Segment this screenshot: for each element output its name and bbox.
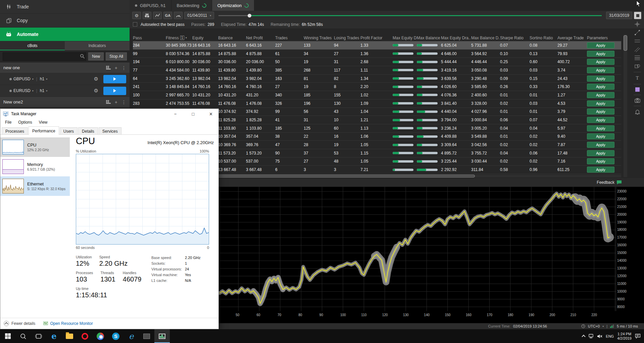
tab-details[interactable]: Details bbox=[78, 127, 98, 134]
channel-icon[interactable] bbox=[635, 47, 640, 52]
horizontal-line-icon[interactable] bbox=[635, 38, 640, 44]
genetic-algorithm-button[interactable]: GA bbox=[163, 12, 172, 19]
gear-icon[interactable]: ⚙ bbox=[94, 76, 98, 82]
table-row[interactable]: 28430 845 399.7316 643.1616 643.166 643.… bbox=[133, 41, 621, 50]
clock[interactable]: 1:24 PM 4/2/2019 bbox=[617, 332, 632, 341]
stop-all-button[interactable]: Stop All bbox=[106, 52, 127, 60]
action-center-icon[interactable] bbox=[635, 334, 641, 339]
column-header[interactable]: Net Profit bbox=[246, 36, 275, 40]
menu-options[interactable]: Options bbox=[15, 119, 35, 126]
apply-button[interactable]: Apply bbox=[587, 150, 614, 156]
tab-optimization[interactable]: Optimization bbox=[212, 0, 254, 11]
tab-chart-gbpusd-h1[interactable]: GBPUSD, h1 bbox=[130, 0, 171, 11]
maximize-button[interactable]: □ bbox=[186, 109, 201, 119]
column-header[interactable]: Parameters bbox=[587, 36, 617, 40]
tab-processes[interactable]: Processes bbox=[2, 127, 28, 134]
column-header[interactable]: Trades bbox=[275, 36, 304, 40]
apply-button[interactable]: Apply bbox=[587, 167, 614, 173]
column-header[interactable]: Average Trade bbox=[557, 36, 587, 40]
bot-timeframe[interactable]: h1 bbox=[40, 77, 44, 81]
apply-button[interactable]: Apply bbox=[587, 76, 614, 82]
taskbar-app-chrome[interactable] bbox=[93, 329, 108, 343]
menu-view[interactable]: View bbox=[36, 119, 50, 126]
tab-users[interactable]: Users bbox=[60, 127, 78, 134]
sidebar-item-ethernet[interactable]: EthernetS: 112 Kbps R: 32.0 Kbps bbox=[0, 176, 70, 196]
volume-muted-icon[interactable] bbox=[597, 334, 602, 339]
start-date-field[interactable]: 01/04/2011 ▾ bbox=[184, 12, 214, 19]
open-resource-monitor-link[interactable]: Open Resource Monitor bbox=[43, 321, 93, 326]
timezone-selector[interactable]: UTC+0 bbox=[588, 324, 600, 328]
close-button[interactable]: ✕ bbox=[203, 109, 218, 119]
column-header[interactable]: Sharpe Ratio bbox=[500, 36, 530, 40]
start-bot-button[interactable] bbox=[103, 87, 126, 95]
language-indicator[interactable]: ENG bbox=[606, 334, 614, 338]
shapes-icon[interactable] bbox=[635, 63, 640, 69]
search-input[interactable] bbox=[3, 52, 86, 61]
apply-button[interactable]: Apply bbox=[587, 117, 614, 123]
bot-group-header-2[interactable]: New one2 + ⋮ bbox=[0, 97, 130, 108]
apply-button[interactable]: Apply bbox=[587, 84, 614, 90]
taskbar-app-opera[interactable] bbox=[77, 329, 93, 343]
show-hidden-icons-button[interactable] bbox=[582, 335, 586, 338]
minimize-button[interactable]: − bbox=[168, 109, 183, 119]
taskbar-app-internet-explorer[interactable]: e bbox=[123, 329, 139, 343]
bot-group-header[interactable]: new one + ⋮ bbox=[0, 62, 130, 73]
column-header[interactable]: Sortino Ratio bbox=[530, 36, 557, 40]
bot-instance-eurusd[interactable]: EURUSD ▾ | h1 ▾ ⚙ bbox=[0, 85, 130, 97]
nav-item-automate[interactable]: Automate bbox=[0, 28, 130, 41]
more-options-icon[interactable]: ⋮ bbox=[121, 65, 126, 71]
table-row[interactable]: 643 245 362.6013 982.0413 982.043 982.04… bbox=[133, 75, 621, 83]
text-tool-icon[interactable]: T bbox=[636, 75, 639, 81]
column-header[interactable]: Pass bbox=[133, 36, 166, 40]
new-bot-button[interactable]: New bbox=[88, 52, 104, 60]
settings-button[interactable]: ⚙ bbox=[132, 12, 141, 19]
apply-button[interactable]: Apply bbox=[587, 51, 614, 57]
sidebar-item-cpu[interactable]: CPU12% 2.20 GHz bbox=[0, 137, 70, 157]
results-chart-button[interactable] bbox=[153, 12, 162, 19]
add-instance-icon[interactable]: + bbox=[115, 99, 117, 105]
date-range-slider[interactable] bbox=[218, 12, 602, 19]
taskbar-app-edge[interactable]: e bbox=[46, 329, 62, 343]
add-instance-icon[interactable]: + bbox=[115, 65, 117, 71]
sidebar-item-memory[interactable]: Memory6.9/21.7 GB (32%) bbox=[0, 157, 70, 176]
column-header[interactable]: Balance bbox=[218, 36, 246, 40]
gear-icon[interactable]: ⚙ bbox=[94, 88, 98, 94]
slider-handle[interactable] bbox=[248, 14, 251, 17]
fibonacci-icon[interactable] bbox=[635, 55, 640, 60]
taskbar-app-task-manager[interactable] bbox=[154, 329, 170, 343]
column-header[interactable]: Equity bbox=[192, 36, 218, 40]
column-header[interactable]: Max Balance D.. bbox=[417, 36, 441, 40]
autoselect-checkbox[interactable] bbox=[133, 22, 137, 27]
stop-optimization-button[interactable] bbox=[634, 12, 641, 19]
tab-indicators[interactable]: Indicators bbox=[65, 41, 130, 50]
grid-view-icon[interactable] bbox=[106, 66, 111, 70]
bot-symbol[interactable]: GBPUSD bbox=[13, 77, 31, 81]
bot-instance-gbpusd[interactable]: GBPUSD ▾ | h1 ▾ ⚙ bbox=[0, 73, 130, 85]
tab-backtesting[interactable]: Backtesting bbox=[171, 0, 212, 11]
tab-performance[interactable]: Performance bbox=[29, 126, 59, 135]
bot-timeframe[interactable]: h1 bbox=[40, 88, 44, 93]
camera-icon[interactable] bbox=[635, 98, 640, 103]
table-row[interactable]: 2413 148 845.8414 760.1614 760.164 760.1… bbox=[133, 83, 621, 91]
fewer-details-button[interactable]: Fewer details bbox=[4, 321, 35, 326]
start-bot-button[interactable] bbox=[103, 75, 126, 83]
column-header[interactable]: Max Equity Dra.. bbox=[393, 36, 417, 40]
column-header[interactable]: Profit Factor bbox=[360, 36, 393, 40]
nav-item-copy[interactable]: Copy bbox=[0, 14, 130, 28]
column-header[interactable]: Losing Trades bbox=[334, 36, 360, 40]
grid-view-icon[interactable] bbox=[106, 100, 111, 104]
apply-button[interactable]: Apply bbox=[587, 133, 614, 139]
table-row[interactable]: 2832 474 753.5511 476.0811 476.081 476.0… bbox=[133, 99, 621, 108]
crosshair-icon[interactable] bbox=[635, 22, 640, 27]
taskbar-app-skype[interactable]: S bbox=[108, 329, 123, 343]
task-view-button[interactable] bbox=[31, 329, 46, 343]
scrollbar-thumb[interactable] bbox=[624, 35, 627, 51]
apply-button[interactable]: Apply bbox=[587, 92, 614, 98]
more-options-icon[interactable]: ⋮ bbox=[121, 99, 126, 105]
table-row[interactable]: 774 434 584.0011 439.8011 439.801 439.80… bbox=[133, 66, 621, 75]
apply-button[interactable]: Apply bbox=[587, 100, 614, 106]
network-icon[interactable] bbox=[588, 334, 594, 339]
apply-button[interactable]: Apply bbox=[587, 59, 614, 65]
table-row[interactable]: 1002 997 665.7010 431.2010 431.20431.203… bbox=[133, 91, 621, 99]
column-header[interactable]: Max Balance D.. bbox=[471, 36, 500, 40]
